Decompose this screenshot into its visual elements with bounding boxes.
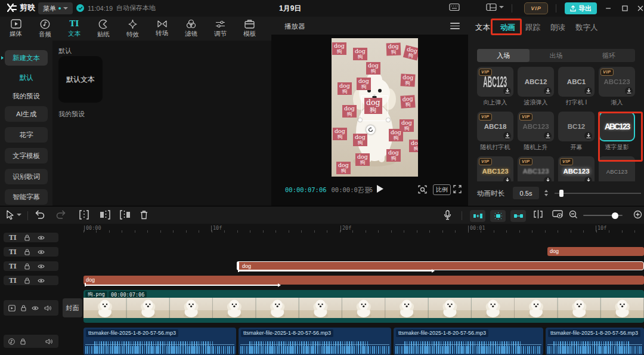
preset-wave-bounce[interactable]: ABC12 波浪弹入 <box>518 67 554 107</box>
eye-icon[interactable] <box>38 235 45 240</box>
video-preview[interactable]: dog狗 dog狗 dog狗 dog狗 dog狗 dog狗 dog狗 dog狗 … <box>332 38 418 177</box>
frame-view-icon[interactable] <box>358 186 371 194</box>
chevron-down-icon[interactable] <box>17 214 21 216</box>
audio-clip[interactable]: ttsmaker-file-2025-1-8-20-57-56.mp3 <box>83 328 236 355</box>
tab-template[interactable]: 模板 <box>235 17 264 41</box>
tab-effects[interactable]: 特效 <box>118 17 147 41</box>
sidebar-item-ai-generate[interactable]: AI生成 <box>5 106 48 122</box>
timeline-zoom-handle[interactable] <box>612 212 618 219</box>
duration-slider-handle[interactable] <box>559 190 564 197</box>
segment-loop[interactable]: 循环 <box>583 49 635 62</box>
export-button[interactable]: 导出 <box>565 2 597 14</box>
eye-icon[interactable] <box>38 264 45 269</box>
rotate-handle[interactable] <box>366 125 375 134</box>
text-track-header[interactable]: TI <box>4 261 58 271</box>
text-clip[interactable]: dog <box>83 276 644 285</box>
tab-audio[interactable]: 音频 <box>30 17 60 41</box>
close-button[interactable] <box>636 4 644 13</box>
text-track-header[interactable]: TI <box>4 276 58 285</box>
delete-left-button[interactable] <box>99 210 111 220</box>
menu-button[interactable]: 菜单 <box>38 2 73 14</box>
lock-icon[interactable] <box>21 305 26 311</box>
split-button[interactable] <box>79 210 89 220</box>
preview-quality-icon[interactable] <box>418 185 427 194</box>
tab-tracking[interactable]: 跟踪 <box>525 23 540 33</box>
video-track-header[interactable] <box>4 300 58 316</box>
preset-random-rise[interactable]: VIP ABC123 随机上升 <box>518 112 554 152</box>
record-voiceover-button[interactable] <box>444 210 451 220</box>
ratio-button[interactable]: 比例 <box>433 184 451 195</box>
segment-in[interactable]: 入场 <box>477 49 530 62</box>
tab-adjust[interactable]: 调节 <box>206 17 235 41</box>
linked-move-toggle[interactable] <box>490 210 506 222</box>
preset-fade-in[interactable]: VIP ABC123 渐入 <box>599 67 635 107</box>
mute-icon[interactable] <box>45 338 52 345</box>
text-track-header[interactable]: TI <box>4 247 58 257</box>
lock-icon[interactable] <box>24 249 30 255</box>
lock-icon[interactable] <box>24 234 30 241</box>
default-text-tile[interactable]: 默认文本 <box>58 56 103 103</box>
fullscreen-icon[interactable] <box>453 185 462 193</box>
eye-icon[interactable] <box>38 278 45 283</box>
sidebar-item-default[interactable]: 默认 <box>5 70 48 85</box>
audio-track-header[interactable] <box>4 335 58 348</box>
selection-box[interactable] <box>361 95 388 121</box>
lock-icon[interactable] <box>24 277 30 284</box>
auto-snap-toggle[interactable] <box>470 210 485 222</box>
sidebar-item-my-presets[interactable]: 我的预设 <box>5 88 48 104</box>
tab-sticker[interactable]: 贴纸 <box>89 17 118 41</box>
play-button[interactable] <box>376 184 384 193</box>
audio-clip[interactable]: ttsmaker-file-2025-1-8-20-57-56.mp3 <box>394 328 543 355</box>
resize-handle[interactable] <box>358 118 362 122</box>
text-track-header[interactable]: TI <box>4 233 58 242</box>
preset-typewriter-1[interactable]: ABC1 打字机 I <box>558 67 595 107</box>
sidebar-item-lyrics-recognition[interactable]: 识别歌词 <box>5 169 48 184</box>
vip-badge[interactable]: VIP <box>524 2 548 14</box>
zoom-out-icon[interactable] <box>569 210 578 219</box>
delete-button[interactable] <box>140 210 148 220</box>
preset-up-bounce[interactable]: VIP ABC123 向上弹入 <box>477 67 513 107</box>
resize-handle[interactable] <box>386 118 390 122</box>
timeline-ruler[interactable]: 00:00 10f 20f 00:01 10f <box>83 224 644 233</box>
freeze-frame-button[interactable] <box>533 210 543 218</box>
delete-right-button[interactable] <box>119 210 131 220</box>
text-clip-selected[interactable]: dog <box>237 261 644 270</box>
undo-button[interactable] <box>35 210 45 219</box>
tab-transition[interactable]: 转场 <box>147 17 177 41</box>
video-clip[interactable]: 狗.png 00:00:07:06 <box>83 290 644 323</box>
tab-media[interactable]: 媒体 <box>1 17 30 41</box>
sidebar-item-text-template[interactable]: 文字模板 <box>5 148 48 163</box>
zoom-in-icon[interactable] <box>633 210 642 219</box>
segment-out[interactable]: 出场 <box>530 49 582 62</box>
tab-animation[interactable]: 动画 <box>500 23 515 33</box>
select-tool-button[interactable] <box>6 210 15 220</box>
render-preview-button[interactable] <box>552 210 563 218</box>
tab-text-props[interactable]: 文本 <box>475 23 490 33</box>
redo-button[interactable] <box>56 210 66 219</box>
shortcut-keyboard-icon[interactable] <box>449 3 460 11</box>
preset-char-reveal-selected[interactable]: ABC123 逐字显影 <box>599 112 635 152</box>
preset-random-typewriter[interactable]: VIP ABC18 随机打字机 <box>477 112 513 152</box>
player-menu-icon[interactable] <box>450 23 460 31</box>
cover-button[interactable]: 封面 <box>63 298 82 317</box>
tab-read-aloud[interactable]: 朗读 <box>550 23 565 33</box>
duration-slider[interactable] <box>555 193 641 194</box>
sidebar-item-auto-captions[interactable]: 智能字幕 <box>5 189 48 205</box>
duration-value[interactable]: 0.5s <box>513 187 539 199</box>
text-clip[interactable]: dog <box>547 247 644 256</box>
timeline-zoom-slider[interactable] <box>583 215 623 216</box>
tab-filter[interactable]: 滤镜 <box>177 17 206 41</box>
maximize-button[interactable] <box>620 4 630 13</box>
mute-icon[interactable] <box>44 305 51 311</box>
audio-clip[interactable]: ttsmaker-file-2025-1-8-20-57-56.mp3 <box>546 328 644 355</box>
sidebar-item-fancy-text[interactable]: 花字 <box>5 127 48 143</box>
tab-digital-human[interactable]: 数字人 <box>575 23 598 33</box>
lock-icon[interactable] <box>20 338 26 345</box>
lock-icon[interactable] <box>24 263 30 270</box>
eye-icon[interactable] <box>32 305 39 311</box>
preset-opening[interactable]: BC12 开幕 <box>558 112 595 152</box>
sidebar-item-new-text[interactable]: 新建文本 <box>5 50 48 66</box>
layout-switch-button[interactable] <box>486 3 504 11</box>
preview-axis-toggle[interactable] <box>510 210 526 222</box>
audio-clip[interactable]: ttsmaker-file-2025-1-8-20-57-56.mp3 <box>239 328 391 355</box>
